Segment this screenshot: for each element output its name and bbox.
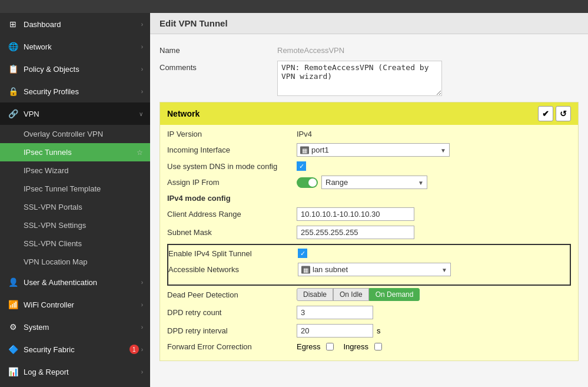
sidebar-item-network[interactable]: 🌐 Network ›	[0, 35, 150, 58]
forward-error-correction-row: Forward Error Correction Egress Ingress	[167, 342, 571, 351]
dead-peer-detection-label: Dead Peer Detection	[167, 290, 297, 299]
sidebar-item-label: Security Profiles	[24, 87, 141, 96]
use-system-dns-label: Use system DNS in mode config	[167, 162, 297, 171]
sidebar-item-label: Log & Report	[24, 368, 141, 376]
chevron-icon: ›	[141, 88, 143, 95]
page-title: Edit VPN Tunnel	[160, 18, 228, 28]
sidebar-item-dashboard[interactable]: ⊞ Dashboard ›	[0, 13, 150, 35]
sidebar-item-user-auth[interactable]: 👤 User & Authentication ›	[0, 271, 150, 293]
subnet-mask-row: Subnet Mask	[167, 226, 571, 239]
assign-ip-row: Assign IP From Range	[167, 176, 571, 189]
name-value: RemoteAccessVPN	[277, 44, 344, 55]
sidebar-item-policy-objects[interactable]: 📋 Policy & Objects ›	[0, 58, 150, 80]
sidebar-item-overlay-controller[interactable]: Overlay Controller VPN	[0, 125, 150, 143]
sidebar-item-ssl-vpn-settings[interactable]: SSL-VPN Settings	[0, 216, 150, 234]
accessible-networks-label: Accessible Networks	[168, 265, 298, 274]
main-layout: ⊞ Dashboard › 🌐 Network › 📋 Policy & Obj…	[0, 13, 588, 387]
incoming-interface-row: Incoming Interface port1 ▦	[167, 143, 571, 157]
subnet-mask-input[interactable]	[297, 226, 414, 239]
client-address-range-input[interactable]	[297, 207, 414, 221]
sidebar-item-ipsec-tunnels[interactable]: IPsec Tunnels ☆	[0, 143, 150, 161]
sidebar-sub-label: IPsec Tunnels	[24, 148, 72, 157]
ingress-label: Ingress	[343, 342, 368, 351]
enable-split-tunnel-checkbox[interactable]: ✓	[298, 249, 307, 258]
dpd-retry-count-input[interactable]	[297, 306, 373, 319]
sidebar-item-wifi-controller[interactable]: 📶 WiFi Controller ›	[0, 293, 150, 316]
chevron-icon: ›	[141, 324, 143, 330]
badge: 1	[129, 345, 139, 354]
content-area: Edit VPN Tunnel Name RemoteAccessVPN Com…	[150, 13, 588, 387]
sidebar-item-log-report[interactable]: 📊 Log & Report ›	[0, 360, 150, 383]
sidebar-item-vpn-location-map[interactable]: VPN Location Map	[0, 253, 150, 271]
sidebar-item-label: System	[24, 323, 141, 332]
dpd-on-idle-button[interactable]: On Idle	[333, 288, 369, 301]
ipv4-mode-config-label: IPv4 mode config	[167, 194, 297, 203]
content-header: Edit VPN Tunnel	[150, 13, 588, 34]
accessible-networks-select-wrapper: lan subnet ▦	[298, 263, 451, 276]
sidebar-item-ipsec-wizard[interactable]: IPsec Wizard	[0, 161, 150, 180]
assign-ip-label: Assign IP From	[167, 178, 297, 187]
sidebar-sub-label: SSL-VPN Clients	[24, 239, 82, 248]
chevron-icon: ›	[141, 346, 143, 353]
dpd-retry-interval-label: DPD retry interval	[167, 326, 297, 335]
chevron-icon: ›	[141, 44, 143, 50]
fabric-icon: 🔷	[7, 343, 19, 355]
dpd-disable-button[interactable]: Disable	[297, 288, 333, 301]
sidebar-sub-label: IPsec Tunnel Template	[24, 184, 101, 193]
dpd-buttons: Disable On Idle On Demand	[297, 288, 420, 301]
sidebar-item-system[interactable]: ⚙ System ›	[0, 316, 150, 338]
refresh-button[interactable]: ↺	[556, 106, 571, 121]
assign-ip-toggle[interactable]	[297, 177, 318, 188]
vpn-icon: 🔗	[7, 108, 19, 120]
system-icon: ⚙	[7, 321, 19, 333]
network-body: IP Version IPv4 Incoming Interface port1…	[160, 125, 578, 360]
subnet-mask-label: Subnet Mask	[167, 228, 297, 237]
comments-row: Comments	[160, 61, 579, 96]
dpd-on-demand-button[interactable]: On Demand	[369, 288, 420, 301]
check-button[interactable]: ✔	[538, 106, 553, 121]
forward-error-control: Egress Ingress	[297, 342, 382, 351]
dashboard-icon: ⊞	[7, 18, 19, 30]
sidebar-item-security-fabric[interactable]: 🔷 Security Fabric 1 ›	[0, 338, 150, 360]
egress-checkbox[interactable]	[326, 343, 334, 350]
sidebar-item-label: Dashboard	[24, 20, 141, 29]
sidebar-item-label: User & Authentication	[24, 278, 141, 287]
chevron-icon: ›	[141, 279, 143, 286]
sidebar-item-security-profiles[interactable]: 🔒 Security Profiles ›	[0, 80, 150, 102]
chevron-icon: ›	[141, 302, 143, 308]
dpd-retry-count-label: DPD retry count	[167, 308, 297, 317]
comments-textarea[interactable]	[277, 61, 442, 96]
sidebar-item-ipsec-tunnel-template[interactable]: IPsec Tunnel Template	[0, 180, 150, 198]
accessible-networks-row: Accessible Networks lan subnet ▦	[168, 263, 570, 276]
accessible-networks-select[interactable]: lan subnet	[298, 263, 451, 276]
name-row: Name RemoteAccessVPN	[160, 44, 579, 55]
sidebar-item-ssl-vpn-clients[interactable]: SSL-VPN Clients	[0, 234, 150, 253]
split-tunnel-box: Enable IPv4 Split Tunnel ✓ Accessible Ne…	[167, 244, 571, 286]
sidebar-sub-label: Overlay Controller VPN	[24, 130, 103, 138]
use-system-dns-checkbox[interactable]: ✓	[297, 161, 306, 171]
comments-label: Comments	[160, 61, 277, 72]
dpd-retry-interval-input[interactable]	[297, 324, 373, 338]
incoming-interface-select-wrapper: port1 ▦	[297, 143, 450, 157]
sidebar-item-ssl-vpn-portals[interactable]: SSL-VPN Portals	[0, 198, 150, 216]
security-icon: 🔒	[7, 85, 19, 97]
sidebar-sub-label: SSL-VPN Settings	[24, 221, 86, 230]
network-icon: 🌐	[7, 41, 19, 52]
chevron-icon: ›	[141, 21, 143, 28]
client-address-range-row: Client Address Range	[167, 207, 571, 221]
ingress-checkbox[interactable]	[374, 343, 382, 350]
enable-split-tunnel-label: Enable IPv4 Split Tunnel	[168, 249, 298, 258]
sidebar-sub-label: IPsec Wizard	[24, 166, 69, 175]
star-icon[interactable]: ☆	[137, 148, 143, 157]
network-title: Network	[167, 109, 536, 118]
sidebar-item-label: VPN	[24, 110, 139, 118]
sidebar-sub-label: VPN Location Map	[24, 257, 87, 266]
top-bar	[0, 0, 588, 13]
dpd-retry-count-row: DPD retry count	[167, 306, 571, 319]
assign-ip-control: Range	[297, 176, 427, 189]
sidebar-item-label: WiFi Controller	[24, 300, 141, 309]
sidebar-item-vpn[interactable]: 🔗 VPN ∨	[0, 102, 150, 125]
assign-ip-select[interactable]: Range	[321, 176, 427, 189]
incoming-interface-select[interactable]: port1	[297, 143, 450, 157]
chevron-icon: ›	[141, 369, 143, 375]
